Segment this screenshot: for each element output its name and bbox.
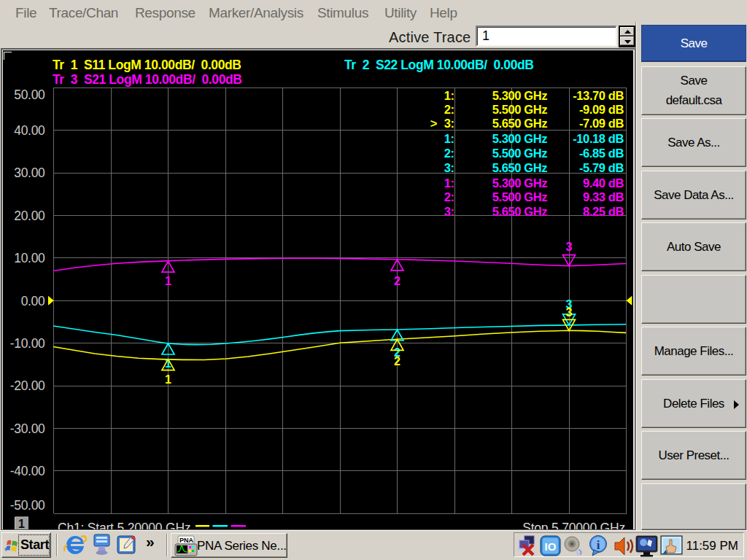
svg-text:Ch1: Start 5.20000 GHz: Ch1: Start 5.20000 GHz <box>58 521 190 529</box>
svg-text:Stop 5.70000 GHz: Stop 5.70000 GHz <box>522 521 625 529</box>
svg-text:Tr 1 S11 LogM 10.00dB/ 0.00: Tr 1 S11 LogM 10.00dB/ 0.00dB <box>53 58 241 72</box>
svg-text:5.300 GHz: 5.300 GHz <box>492 89 547 102</box>
svg-text:-7.09 dB: -7.09 dB <box>579 117 624 130</box>
svg-text:3: 3 <box>566 241 573 253</box>
svg-text:Tr 2 S22 LogM 10.00dB/ 0.00: Tr 2 S22 LogM 10.00dB/ 0.00dB <box>344 58 534 72</box>
svg-text:-10.00: -10.00 <box>10 336 45 351</box>
svg-text:2:: 2: <box>444 103 454 116</box>
svg-text:5.300 GHz: 5.300 GHz <box>492 132 547 145</box>
svg-text:-9.09 dB: -9.09 dB <box>579 103 624 116</box>
svg-text:1: 1 <box>165 275 171 287</box>
svg-text:3:: 3: <box>444 205 454 218</box>
svg-text:3:: 3: <box>444 117 454 130</box>
svg-text:8.25 dB: 8.25 dB <box>583 205 624 218</box>
svg-text:5.500 GHz: 5.500 GHz <box>492 190 547 203</box>
svg-text:-10.18 dB: -10.18 dB <box>573 132 624 145</box>
svg-text:5.650 GHz: 5.650 GHz <box>492 205 547 218</box>
svg-text:1:: 1: <box>444 132 454 145</box>
svg-text:i: i <box>597 538 600 552</box>
svg-text:5.650 GHz: 5.650 GHz <box>492 161 547 174</box>
svg-text:PNA: PNA <box>179 537 194 544</box>
svg-text:3:: 3: <box>444 161 454 174</box>
svg-text:0.00: 0.00 <box>21 294 45 308</box>
svg-text:-20.00: -20.00 <box>10 378 45 393</box>
svg-text:Tr 3 S21 LogM 10.00dB/ 0.00: Tr 3 S21 LogM 10.00dB/ 0.00dB <box>53 72 242 87</box>
svg-text:3: 3 <box>566 306 573 319</box>
svg-text:9.33 dB: 9.33 dB <box>583 190 624 203</box>
svg-text:1:: 1: <box>444 176 454 190</box>
svg-text:2:: 2: <box>444 147 454 160</box>
svg-text:1: 1 <box>18 518 25 530</box>
svg-text:2: 2 <box>394 275 400 287</box>
svg-text:40.00: 40.00 <box>14 123 45 138</box>
svg-text:2: 2 <box>394 355 400 368</box>
svg-text:IO: IO <box>545 540 557 553</box>
svg-text:-5.79 dB: -5.79 dB <box>579 161 624 174</box>
svg-text:-13.70 dB: -13.70 dB <box>573 89 624 102</box>
svg-text:»: » <box>146 535 155 548</box>
svg-text:5.500 GHz: 5.500 GHz <box>492 103 547 116</box>
svg-text:-30.00: -30.00 <box>10 421 45 436</box>
svg-text:1: 1 <box>165 373 171 386</box>
svg-text:2:: 2: <box>444 190 454 203</box>
svg-text:-50.00: -50.00 <box>10 498 45 513</box>
svg-text:30.00: 30.00 <box>14 166 45 180</box>
svg-text:10.00: 10.00 <box>14 251 45 265</box>
svg-text:20.00: 20.00 <box>14 209 45 223</box>
svg-text:-6.85 dB: -6.85 dB <box>579 147 624 160</box>
svg-text:9.40 dB: 9.40 dB <box>583 176 624 190</box>
svg-text:>: > <box>430 117 437 130</box>
svg-text:5.500 GHz: 5.500 GHz <box>492 147 547 160</box>
svg-text:5.300 GHz: 5.300 GHz <box>492 176 547 190</box>
svg-text:50.00: 50.00 <box>14 88 45 102</box>
svg-text:5.650 GHz: 5.650 GHz <box>492 117 547 130</box>
svg-text:1:: 1: <box>444 89 454 102</box>
svg-text:-40.00: -40.00 <box>10 464 45 478</box>
